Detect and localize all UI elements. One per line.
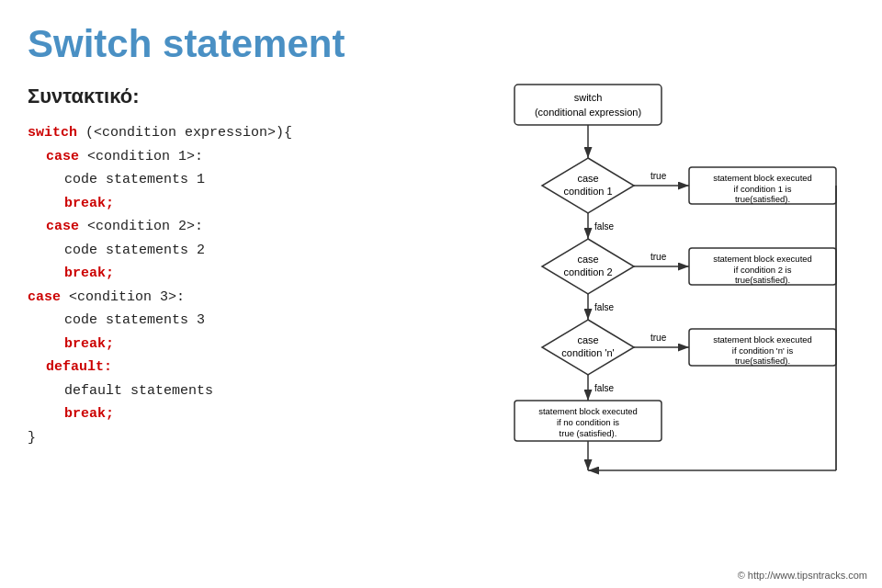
svg-text:switch: switch: [574, 92, 603, 103]
svg-text:if no condition is: if no condition is: [557, 417, 619, 427]
svg-text:true: true: [650, 252, 667, 262]
svg-text:case: case: [577, 173, 598, 184]
svg-text:true: true: [650, 333, 667, 343]
flowchart: switch (conditional expression) case con…: [423, 75, 864, 588]
svg-text:false: false: [594, 302, 615, 312]
svg-text:condition 1: condition 1: [563, 186, 612, 197]
syntactic-label: Συντακτικό:: [28, 85, 413, 108]
svg-text:(conditional expression): (conditional expression): [535, 107, 641, 118]
svg-text:statement block executed: statement block executed: [538, 406, 638, 416]
svg-text:if condition 1 is: if condition 1 is: [734, 184, 792, 194]
svg-text:if condition 2 is: if condition 2 is: [734, 265, 792, 275]
svg-text:true (satisfied).: true (satisfied).: [560, 428, 617, 438]
svg-text:case: case: [577, 254, 598, 265]
svg-rect-1: [514, 85, 662, 125]
svg-text:if condition 'n' is: if condition 'n' is: [732, 345, 794, 356]
svg-text:condition 2: condition 2: [563, 266, 612, 277]
svg-text:false: false: [594, 221, 615, 232]
svg-text:true(satisfied).: true(satisfied).: [735, 356, 790, 366]
svg-text:statement block executed: statement block executed: [713, 334, 812, 345]
svg-text:true(satisfied).: true(satisfied).: [735, 275, 790, 285]
svg-text:case: case: [577, 334, 598, 345]
footer: © http://www.tipsntracks.com: [738, 570, 867, 581]
svg-text:false: false: [594, 383, 615, 393]
left-panel: Συντακτικό: switch (<condition expressio…: [28, 85, 413, 588]
page-title: Switch statement: [0, 0, 882, 75]
flowchart-svg: switch (conditional expression) case con…: [423, 75, 854, 588]
svg-text:true(satisfied).: true(satisfied).: [735, 194, 790, 204]
svg-text:true: true: [650, 171, 667, 181]
svg-text:condition 'n': condition 'n': [561, 347, 614, 358]
svg-text:statement block executed: statement block executed: [713, 173, 812, 183]
code-block: switch (<condition expression>){case <co…: [28, 121, 413, 449]
right-panel: switch (conditional expression) case con…: [423, 85, 864, 588]
svg-text:statement block executed: statement block executed: [713, 254, 812, 264]
